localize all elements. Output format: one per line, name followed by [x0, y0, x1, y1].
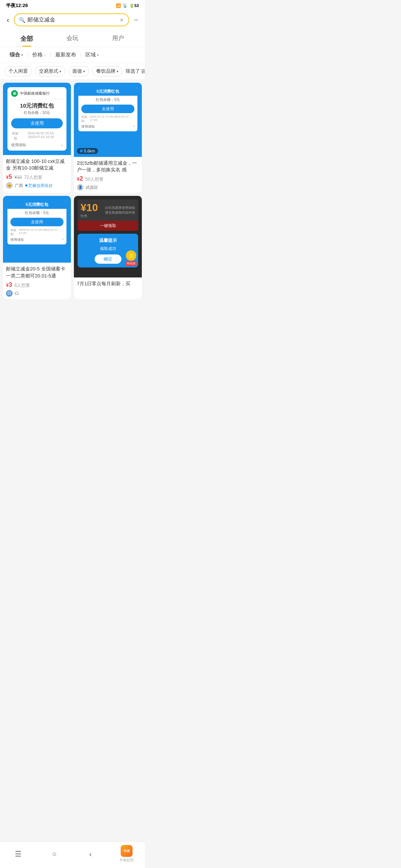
small-balance-3: 红包余额：5元 — [10, 210, 63, 216]
dark-modal-title: 温馨提示 — [81, 237, 134, 244]
product-card-4[interactable]: ¥10 红色 10元优惠券使用须知 请在有效期内及时使 一键领取 温馨提示 领取… — [74, 196, 142, 299]
product-1-info: 邮储立减金 100-10 cxk立减金 另有10-10邮储立减 5 ¥10 72… — [3, 155, 71, 191]
filter-composite[interactable]: 综合 ▾ — [5, 50, 27, 60]
search-clear-button[interactable]: ✕ — [120, 17, 124, 23]
product-card-3[interactable]: 5元消费红包 红包余额：5元 去使用 有效期 2023.07.12 17:25-… — [3, 196, 71, 299]
filter-personal[interactable]: 个人闲置 — [4, 66, 32, 76]
dark-desc-2: 请在有效期内及时使 — [105, 210, 135, 215]
back-button[interactable]: ‹ — [5, 14, 11, 26]
filter-row-1: 综合 ▾ 价格 ⬦ 最新发布 区域 ▾ — [0, 47, 145, 63]
small-coupon-header-3: 5元消费红包 — [7, 200, 66, 209]
product-3-image: 5元消费红包 红包余额：5元 去使用 有效期 2023.07.12 17:25-… — [3, 196, 71, 249]
notice-arrow-1: › — [62, 143, 63, 147]
product-2-price: 2 — [77, 175, 83, 183]
small-coupon-3: 5元消费红包 红包余额：5元 去使用 有效期 2023.07.12 17:25-… — [7, 200, 66, 244]
notice-arrow-2: › — [133, 124, 134, 129]
notice-label-1: 使用须知 — [11, 142, 26, 148]
validity-date-3: 2023.07.12 17:25-2023.07.27 17:25 — [19, 228, 63, 236]
battery-icon: 🔋53 — [129, 3, 139, 8]
location-dot-icon — [80, 149, 83, 152]
filter-region[interactable]: 区域 ▾ — [81, 50, 103, 60]
product-2-title: 2出5zfb邮储通用立减金，一户一张，多拍换实名 感 — [77, 160, 139, 173]
search-input[interactable]: 邮储立减金 — [27, 16, 117, 23]
validity-label-2: 有效期 — [81, 115, 90, 123]
seller-avatar-2: 👤 — [77, 184, 84, 191]
search-bar: ‹ 🔍 邮储立减金 ✕ ··· — [0, 10, 145, 30]
filter-value[interactable]: 面值 ▾ — [68, 66, 89, 76]
tab-play[interactable]: 会玩 — [49, 30, 95, 47]
notice-arrow-3: › — [62, 237, 63, 242]
product-1-price: 5 — [6, 173, 12, 181]
product-4-image: ¥10 红色 10元优惠券使用须知 请在有效期内及时使 一键领取 温馨提示 领取… — [74, 196, 142, 277]
small-coupon-header-2: 5元消费红包 — [78, 87, 137, 96]
coupon-use-btn-1[interactable]: 去使用 — [11, 118, 63, 128]
product-4-info: 7月1日零点每月刷新，买 — [74, 277, 142, 291]
status-bar: 半夜12:26 📶 📡 🔋53 — [0, 0, 145, 10]
signal-icon: 📶 — [116, 3, 121, 8]
product-3-info: 邮储立减金20-5 全国储蓄卡一类二类都可20.01-5通 3 6人想要 Ci … — [3, 263, 71, 299]
seller-avatar-1: 🐱 — [6, 182, 13, 189]
filter-trade[interactable]: 交易形式 ▾ — [35, 66, 65, 76]
mascot-label: 帮你捞 — [125, 261, 137, 266]
small-coupon-2: 5元消费红包 红包余额：5元 去使用 有效期 2023.07.12 17:25-… — [78, 87, 137, 131]
validity-label-1: 有效期 — [11, 131, 19, 141]
product-1-want: 72人想要 — [24, 174, 42, 181]
search-icon: 🔍 — [19, 17, 25, 23]
product-3-want: 6人想要 — [14, 282, 30, 289]
filter-price[interactable]: 价格 ⬦ — [28, 50, 50, 60]
seller-avatar-3: Ci — [6, 290, 13, 297]
seller-name-2: 武昌区 — [86, 185, 98, 190]
product-card-2[interactable]: 5元消费红包 红包余额：5元 去使用 有效期 2023.07.12 17:25-… — [74, 83, 142, 193]
value-arrow: ▾ — [83, 69, 85, 73]
credit-badge-1: 芝麻信用良好 — [25, 183, 53, 188]
dark-modal-btn[interactable]: 确定 — [95, 254, 121, 264]
filter-latest[interactable]: 最新发布 — [51, 50, 81, 60]
postal-coupon-1: 邮 中国邮政储蓄银行 10元消费红包 红包余额：10元 去使用 有效期 2023… — [7, 87, 66, 151]
trade-arrow: ▾ — [59, 69, 61, 73]
small-balance-2: 红包余额：5元 — [81, 97, 134, 102]
dark-red-bar[interactable]: 一键领取 — [78, 221, 138, 231]
product-1-title: 邮储立减金 100-10 cxk立减金 另有10-10邮储立减 — [6, 158, 68, 171]
dark-modal: 温馨提示 领取成功 确定 🌟 帮你捞 — [78, 234, 138, 267]
price-arrow: ⬦ — [44, 53, 46, 57]
product-grid: 邮 中国邮政储蓄银行 10元消费红包 红包余额：10元 去使用 有效期 2023… — [0, 80, 145, 302]
small-use-btn-2[interactable]: 去使用 — [81, 105, 134, 113]
mascot-bubble: 🌟 帮你捞 — [125, 250, 137, 266]
product-2-info: 2出5zfb邮储通用立减金，一户一张，多拍换实名 感 2 50人想要 👤 武昌区 — [74, 157, 142, 193]
mascot-icon: 🌟 — [126, 250, 136, 261]
composite-arrow: ▾ — [21, 53, 23, 57]
filter-screen[interactable]: 筛选了 ☰ — [125, 68, 145, 75]
region-arrow: ▾ — [97, 53, 99, 57]
product-3-title: 邮储立减金20-5 全国储蓄卡一类二类都可20.01-5通 — [6, 266, 68, 279]
product-2-want: 50人想要 — [85, 176, 104, 183]
status-icons: 📶 📡 🔋53 — [116, 3, 139, 8]
wifi-icon: 📡 — [123, 3, 128, 8]
search-input-wrapper[interactable]: 🔍 邮储立减金 ✕ — [14, 13, 129, 26]
location-badge-2: 5.6km — [77, 148, 98, 154]
product-1-image: 邮 中国邮政储蓄银行 10元消费红包 红包余额：10元 去使用 有效期 2023… — [3, 83, 71, 155]
product-1-original: ¥10 — [14, 175, 22, 180]
validity-label-3: 有效期 — [10, 228, 19, 236]
brand-arrow: ▾ — [117, 69, 118, 73]
more-button[interactable]: ··· — [132, 14, 140, 25]
dark-desc-1: 10元优惠券使用须知 — [105, 206, 135, 210]
dark-coupon-amount: ¥10 — [81, 202, 98, 214]
seller-name-3: Ci — [15, 291, 19, 296]
main-tabs: 全部 会玩 用户 — [0, 30, 145, 47]
screen-icon: ☰ — [141, 69, 145, 74]
product-card-1[interactable]: 邮 中国邮政储蓄银行 10元消费红包 红包余额：10元 去使用 有效期 2023… — [3, 83, 71, 193]
seller-name-1: 广西 — [15, 183, 23, 188]
tab-user[interactable]: 用户 — [95, 30, 141, 47]
postal-logo: 邮 — [11, 90, 18, 97]
filter-brand[interactable]: 餐饮品牌 ▾ — [92, 66, 123, 76]
filter-row-2: 个人闲置 交易形式 ▾ 面值 ▾ 餐饮品牌 ▾ 筛选了 ☰ — [0, 63, 145, 80]
validity-date-1: 2023.06.02 10:16-2023.07.02 10:16 — [19, 131, 63, 141]
tab-all[interactable]: 全部 — [4, 30, 49, 47]
notice-label-3: 使用须知 — [10, 237, 24, 242]
status-time: 半夜12:26 — [6, 2, 28, 9]
notice-label-2: 使用须知 — [81, 124, 95, 129]
coupon-amount-1: 10元消费红包 — [11, 102, 63, 109]
small-use-btn-3[interactable]: 去使用 — [10, 218, 63, 226]
coupon-balance-1: 红包余额：10元 — [11, 110, 63, 115]
bank-name-1: 中国邮政储蓄银行 — [20, 91, 50, 96]
